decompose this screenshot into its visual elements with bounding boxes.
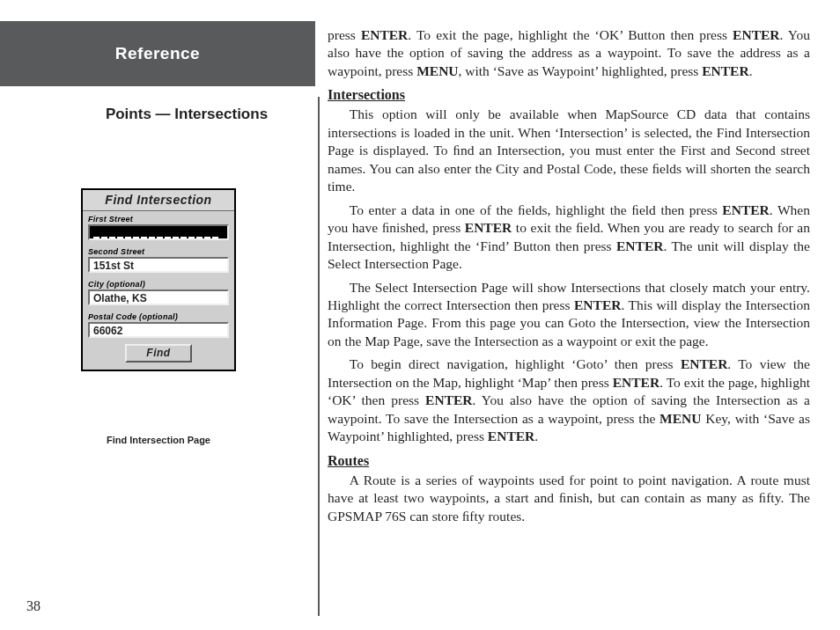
paragraph-lead: press ENTER. To exit the page, highlight… bbox=[328, 26, 810, 80]
page-number: 38 bbox=[26, 598, 41, 614]
device-button-row: Find bbox=[83, 341, 234, 363]
reference-banner: Reference bbox=[0, 21, 315, 86]
label-city: City (optional) bbox=[83, 276, 234, 289]
device-header: Find Intersection bbox=[83, 190, 234, 211]
section-title: Points — Intersections bbox=[58, 106, 315, 123]
body-text: press ENTER. To exit the page, highlight… bbox=[328, 26, 810, 531]
label-second-street: Second Street bbox=[83, 244, 234, 257]
manual-page: Reference Points — Intersections Find In… bbox=[0, 0, 840, 630]
field-postal: 66062 bbox=[88, 322, 229, 338]
device-screenshot: Find Intersection First Street Second St… bbox=[81, 188, 236, 371]
heading-routes: Routes bbox=[328, 451, 810, 470]
paragraph-routes: A Route is a series of waypoints used fo… bbox=[328, 472, 810, 525]
column-divider bbox=[318, 97, 320, 616]
find-button: Find bbox=[125, 344, 191, 363]
label-first-street: First Street bbox=[83, 211, 234, 224]
paragraph-intersections-2: To enter a data in one of the ﬁelds, hig… bbox=[328, 201, 810, 274]
label-postal: Postal Code (optional) bbox=[83, 309, 234, 322]
paragraph-intersections-4: To begin direct navigation, highlight ‘G… bbox=[328, 355, 810, 445]
paragraph-intersections-3: The Select Intersection Page will show I… bbox=[328, 279, 810, 351]
field-first-street bbox=[88, 224, 229, 240]
field-second-street: 151st St bbox=[88, 257, 229, 273]
banner-title: Reference bbox=[115, 44, 200, 63]
heading-intersections: Intersections bbox=[328, 85, 810, 104]
field-city: Olathe, KS bbox=[88, 289, 229, 305]
paragraph-intersections-1: This option will only be available when … bbox=[328, 106, 810, 195]
device-caption: Find Intersection Page bbox=[81, 435, 236, 445]
